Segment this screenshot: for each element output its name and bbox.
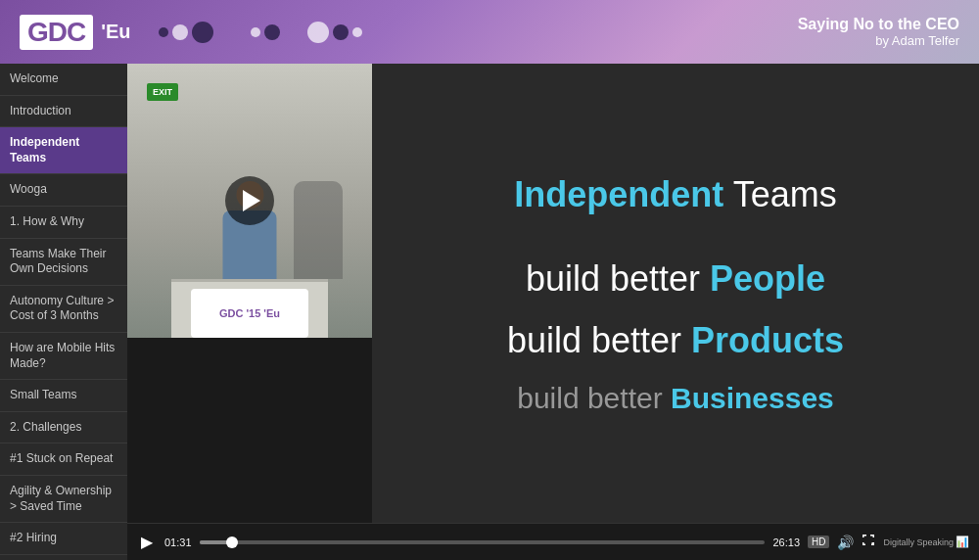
video-controls-bar: ▶ 01:31 26:13 HD 🔊 Digitally Speaking 📊 (127, 523, 979, 560)
dot-4 (251, 27, 260, 37)
slide-teams-text: Teams (733, 174, 837, 214)
sidebar-item[interactable]: 2. Challenges (0, 412, 127, 444)
play-triangle-icon (243, 190, 260, 211)
slide-highlight-businesses: Businesses (671, 382, 834, 414)
slide-line-1: Independent Teams (507, 166, 844, 223)
header-title: Saying No to the CEO by Adam Telfer (798, 16, 959, 48)
video-thumbnail[interactable]: GDC '15 'Eu EXIT (127, 64, 372, 338)
eu-badge: 'Eu (101, 21, 130, 43)
main-content: WelcomeIntroductionIndependent TeamsWoog… (0, 64, 979, 560)
hd-badge[interactable]: HD (808, 536, 829, 548)
header: GDC 'Eu Saying No to the CEO by Adam Tel… (0, 0, 979, 64)
sidebar: WelcomeIntroductionIndependent TeamsWoog… (0, 64, 127, 560)
volume-icon[interactable]: 🔊 (837, 535, 854, 550)
sidebar-item[interactable]: Independent Teams (0, 127, 127, 174)
exit-sign: EXIT (147, 83, 178, 101)
shadow-silhouette (294, 181, 343, 279)
sidebar-item[interactable]: Introduction (0, 96, 127, 128)
play-button[interactable]: ▶ (137, 533, 157, 552)
slide-build-2: build better (507, 320, 691, 360)
slide-area: Independent Teams build better People bu… (372, 64, 979, 523)
dot-3 (192, 22, 213, 43)
logo-dots (159, 22, 362, 43)
slide-line-3: build better Products (507, 312, 844, 369)
slide-highlight-independent: Independent (514, 174, 723, 214)
slide-build-1: build better (526, 258, 710, 299)
play-overlay-button[interactable] (225, 176, 274, 225)
slide-line-4: build better Businesses (507, 375, 844, 422)
podium: GDC '15 'Eu (171, 279, 328, 338)
dot-1 (159, 27, 168, 37)
fullscreen-button[interactable] (862, 534, 875, 550)
current-time: 01:31 (164, 537, 192, 548)
sidebar-item[interactable]: Resource Waves (0, 555, 127, 560)
digitally-speaking-text: Digitally Speaking (883, 537, 954, 547)
sidebar-item[interactable]: Teams Make Their Own Decisions (0, 239, 127, 286)
dot-7 (333, 24, 349, 40)
sidebar-item[interactable]: Welcome (0, 64, 127, 96)
sidebar-item[interactable]: Wooga (0, 174, 127, 207)
slide-line-2: build better People (507, 251, 844, 307)
slide-content: Independent Teams build better People bu… (507, 161, 844, 426)
slide-highlight-people: People (710, 258, 825, 299)
sidebar-item[interactable]: 1. How & Why (0, 207, 127, 239)
dot-8 (352, 27, 362, 37)
sidebar-item[interactable]: Small Teams (0, 380, 127, 412)
video-main: GDC '15 'Eu EXIT Independent (127, 64, 979, 523)
presenter-name: by Adam Telfer (798, 33, 959, 48)
logo-area: GDC 'Eu (20, 15, 362, 50)
dot-2 (172, 24, 188, 40)
gdc-logo: GDC (20, 15, 93, 50)
progress-thumb (226, 537, 238, 548)
slide-highlight-products: Products (691, 320, 844, 360)
sidebar-item[interactable]: #2 Hiring (0, 523, 127, 555)
total-time: 26:13 (772, 537, 800, 548)
digitally-speaking-logo: Digitally Speaking 📊 (883, 536, 969, 548)
dot-5 (264, 24, 280, 40)
video-container: GDC '15 'Eu EXIT Independent (127, 64, 979, 560)
progress-bar[interactable] (200, 540, 766, 544)
presentation-title: Saying No to the CEO (798, 16, 959, 33)
digitally-speaking-icon: 📊 (956, 536, 969, 548)
sidebar-item[interactable]: #1 Stuck on Repeat (0, 443, 127, 476)
dot-6 (307, 22, 329, 43)
sidebar-item[interactable]: How are Mobile Hits Made? (0, 333, 127, 380)
slide-build-3: build better (517, 382, 671, 414)
sidebar-item[interactable]: Autonomy Culture > Cost of 3 Months (0, 286, 127, 333)
gdc-event-banner: GDC '15 'Eu (191, 289, 308, 338)
sidebar-item[interactable]: Agility & Ownership > Saved Time (0, 476, 127, 523)
